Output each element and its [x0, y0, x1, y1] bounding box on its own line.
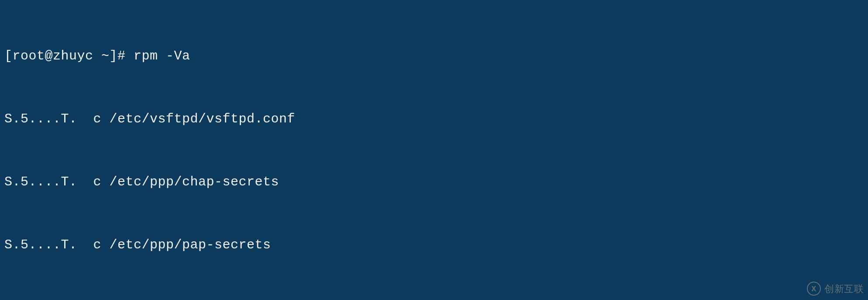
watermark: X 创新互联	[807, 281, 864, 297]
output-line: ....L.... c /etc/pam.d/fingerprint-auth	[4, 297, 864, 300]
output-line: S.5....T. c /etc/vsftpd/vsftpd.conf	[4, 108, 864, 129]
command-prompt-line: [root@zhuyc ~]# rpm -Va	[4, 45, 864, 66]
watermark-label: 创新互联	[824, 281, 864, 297]
output-line: S.5....T. c /etc/ppp/pap-secrets	[4, 234, 864, 255]
terminal-output: [root@zhuyc ~]# rpm -Va S.5....T. c /etc…	[4, 3, 864, 300]
watermark-icon: X	[807, 282, 821, 296]
watermark-icon-text: X	[811, 283, 816, 295]
output-line: S.5....T. c /etc/ppp/chap-secrets	[4, 171, 864, 192]
